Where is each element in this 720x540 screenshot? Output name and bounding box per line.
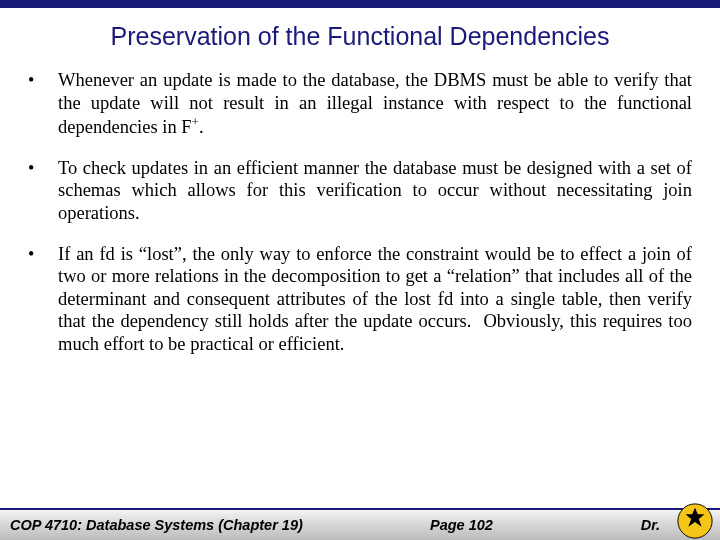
footer-page: Page 102 (430, 517, 493, 533)
slide-footer: COP 4710: Database Systems (Chapter 19) … (0, 508, 720, 540)
bullet-marker: • (28, 69, 58, 139)
bullet-text: If an fd is “lost”, the only way to enfo… (58, 243, 692, 356)
footer-author: Dr. (641, 517, 660, 533)
bullet-marker: • (28, 157, 58, 225)
bullet-item: • To check updates in an efficient manne… (28, 157, 692, 225)
bullet-text: Whenever an update is made to the databa… (58, 69, 692, 139)
bullet-marker: • (28, 243, 58, 356)
slide-title: Preservation of the Functional Dependenc… (0, 22, 720, 51)
footer-course: COP 4710: Database Systems (Chapter 19) (10, 517, 303, 533)
bullet-item: • Whenever an update is made to the data… (28, 69, 692, 139)
bullet-item: • If an fd is “lost”, the only way to en… (28, 243, 692, 356)
bullet-text: To check updates in an efficient manner … (58, 157, 692, 225)
ucf-logo-icon (676, 502, 714, 540)
top-border (0, 0, 720, 8)
slide-content: • Whenever an update is made to the data… (0, 69, 720, 355)
